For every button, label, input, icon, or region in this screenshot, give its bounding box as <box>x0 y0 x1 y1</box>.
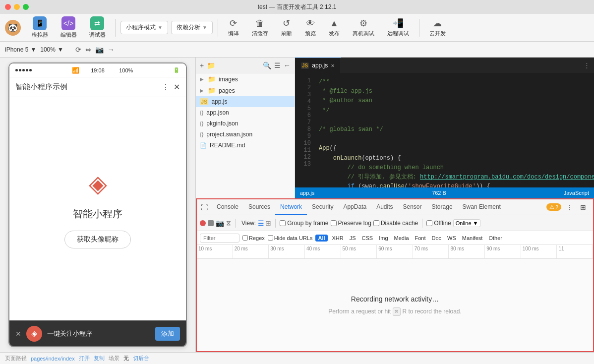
refresh-button[interactable]: ↺ 刷新 <box>276 16 297 39</box>
pagepath-open[interactable]: 打开 <box>79 355 90 362</box>
battery-icon: 🔋 <box>173 67 180 73</box>
group-by-frame-checkbox[interactable]: Group by frame <box>280 220 328 227</box>
regex-checkbox[interactable]: Regex <box>242 235 265 241</box>
file-appjs[interactable]: JS app.js <box>196 96 295 107</box>
phone-frame: 📶 19:08 100% 🔋 智能小程序示例 ⋮ ✕ ◈ 智能小程序 获取头像昵… <box>8 62 187 347</box>
filter-manifest[interactable]: Manifest <box>461 235 484 242</box>
mode-dropdown[interactable]: 小程序模式 ▼ <box>120 21 168 34</box>
add-file-icon[interactable]: + <box>200 61 204 69</box>
tab-console[interactable]: Console <box>212 199 243 215</box>
devtools-more-icon[interactable]: ⋮ <box>564 202 575 212</box>
file-projectswanjson[interactable]: {} project.swan.json <box>196 129 295 140</box>
analysis-dropdown[interactable]: 依赖分析 ▼ <box>171 21 213 34</box>
devtools-undock-icon[interactable]: ⊞ <box>578 202 588 212</box>
pagepath-path[interactable]: pages/index/index <box>31 356 75 362</box>
filter-doc[interactable]: Doc <box>430 235 443 242</box>
filter-icon[interactable]: ⧖ <box>226 219 231 227</box>
signal-dots <box>15 69 32 71</box>
toolbar-sep-3 <box>419 19 419 37</box>
editor-tabs-more[interactable]: ⋮ <box>584 61 594 69</box>
follow-close-icon[interactable]: ✕ <box>15 330 21 338</box>
inspector-icon[interactable]: ⛶ <box>199 203 210 211</box>
search-icon[interactable]: 🔍 <box>263 61 271 69</box>
more-icon[interactable]: ⋮ <box>162 82 170 92</box>
filter-js[interactable]: JS <box>348 235 357 242</box>
tab-audits[interactable]: Audits <box>371 199 398 215</box>
minimize-button[interactable] <box>14 4 20 10</box>
collapse-icon[interactable]: ☰ <box>274 61 281 69</box>
tab-appdata[interactable]: AppData <box>338 199 371 215</box>
clearcache-button[interactable]: 🗑 清缓存 <box>247 16 273 39</box>
warning-icon: ⚠ <box>549 204 554 210</box>
back-icon[interactable]: ← <box>284 61 291 69</box>
statusbar-filesize: 762 B <box>432 190 446 196</box>
filter-xhr[interactable]: XHR <box>331 235 345 242</box>
tab-sources[interactable]: Sources <box>243 199 275 215</box>
code-body[interactable]: /** * @file app.js * @author swan */ /* … <box>315 73 594 187</box>
tab-appjs[interactable]: JS app.js ✕ <box>295 58 341 73</box>
filter-ws[interactable]: WS <box>446 235 458 242</box>
file-readme[interactable]: 📄 README.md <box>196 140 295 151</box>
tab-storage[interactable]: Storage <box>427 199 458 215</box>
filter-input[interactable] <box>200 234 239 243</box>
screenshot-icon[interactable]: 📷 <box>95 46 104 54</box>
tab-swanelement[interactable]: Swan Element <box>458 199 506 215</box>
tab-security[interactable]: Security <box>307 199 338 215</box>
folder-icon: 📁 <box>208 87 216 94</box>
cloud-button[interactable]: ☁ 云开发 <box>424 16 451 39</box>
filter-img[interactable]: Img <box>377 235 389 242</box>
remote-button[interactable]: 📲 远程调试 <box>382 16 414 39</box>
list-view-icon[interactable]: ☰ <box>258 219 264 227</box>
close-button[interactable] <box>5 4 11 10</box>
realtest-button[interactable]: ⚙ 真机调试 <box>348 16 379 39</box>
pagepath-scene-label: 场景 <box>109 355 119 362</box>
filter-media[interactable]: Media <box>393 235 411 242</box>
file-appjson[interactable]: {} app.json <box>196 107 295 118</box>
filter-all-button[interactable]: All <box>315 235 327 242</box>
stop-button[interactable] <box>208 220 214 226</box>
filter-other[interactable]: Other <box>487 235 504 242</box>
connection-type-select[interactable]: Online ▼ <box>453 219 481 227</box>
add-button[interactable]: 添加 <box>155 327 180 341</box>
avatar[interactable]: 🐼 <box>5 20 21 36</box>
pagepath-backend[interactable]: 切后台 <box>133 355 149 362</box>
group-view-icon[interactable]: ⊞ <box>265 219 271 227</box>
disable-cache-checkbox[interactable]: Disable cache <box>373 220 418 227</box>
toolbar-sep-2 <box>218 19 218 37</box>
preserve-log-checkbox[interactable]: Preserve log <box>331 220 371 227</box>
offline-checkbox[interactable]: Offline <box>426 220 451 227</box>
publish-button[interactable]: ▲ 发布 <box>324 16 345 39</box>
forward-icon[interactable]: → <box>108 46 115 54</box>
simulator-label: 模拟器 <box>32 31 48 39</box>
add-folder-icon[interactable]: 📁 <box>207 61 215 69</box>
tab-network[interactable]: Network <box>275 199 307 215</box>
debugger-button[interactable]: ⇄ 调试器 <box>84 14 110 41</box>
record-button[interactable] <box>200 220 206 226</box>
view-icons: ☰ ⊞ <box>258 219 271 227</box>
pagepath-copy[interactable]: 复制 <box>94 355 105 362</box>
screenshot-capture-icon[interactable]: 📷 <box>216 219 224 227</box>
hide-data-urls-checkbox[interactable]: Hide data URLs <box>268 235 313 241</box>
rotate-icon[interactable]: ⟳ <box>75 46 81 54</box>
tab-close-icon[interactable]: ✕ <box>331 63 335 68</box>
follow-logo: ◈ <box>26 326 42 342</box>
tab-label: app.js <box>312 62 328 69</box>
tab-sensor[interactable]: Sensor <box>398 199 427 215</box>
close-icon[interactable]: ✕ <box>174 82 180 92</box>
folder-pages[interactable]: ▶ 📁 pages <box>196 85 295 96</box>
simulator-button[interactable]: 📱 模拟器 <box>27 14 53 41</box>
nt-sep-1 <box>235 219 236 228</box>
maximize-button[interactable] <box>23 4 29 10</box>
filter-font[interactable]: Font <box>414 235 427 242</box>
device-selector[interactable]: iPhone 5 ▼ <box>5 46 36 53</box>
get-avatar-button[interactable]: 获取头像昵称 <box>64 231 131 248</box>
json-file-icon: {} <box>200 110 203 116</box>
filter-css[interactable]: CSS <box>360 235 375 242</box>
flip-icon[interactable]: ⇔ <box>85 46 91 54</box>
folder-images[interactable]: ▶ 📁 images <box>196 73 295 85</box>
preview-button[interactable]: 👁 预览 <box>300 16 321 39</box>
zoom-selector[interactable]: 100% ▼ <box>40 46 63 53</box>
file-pkginfo[interactable]: {} pkginfo.json <box>196 118 295 129</box>
compile-button[interactable]: ⟳ 编译 <box>223 16 244 39</box>
editor-button[interactable]: </> 编辑器 <box>56 14 81 41</box>
